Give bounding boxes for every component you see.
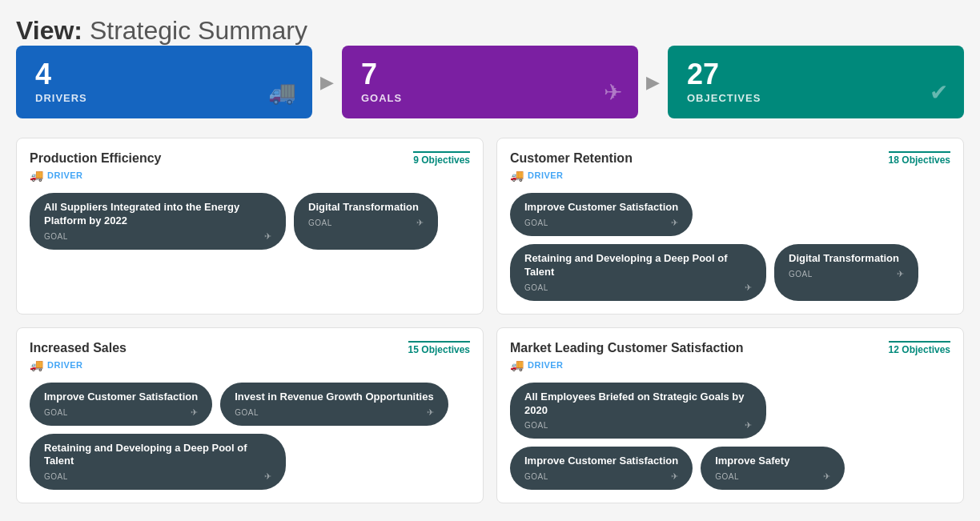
goal-icon-3-1: ✈ <box>671 471 678 482</box>
goal-pill-0-1[interactable]: Digital TransformationGOAL✈ <box>294 193 438 250</box>
goals-grid-3: All Employees Briefed on Strategic Goals… <box>510 383 950 491</box>
goal-pill-2-2[interactable]: Retaining and Developing a Deep Pool of … <box>30 434 286 491</box>
arrow-icon-2: ▶ <box>638 72 668 93</box>
truck-icon: 🚚 <box>30 169 43 182</box>
goal-pill-1-0[interactable]: Improve Customer SatisfactionGOAL✈ <box>510 193 693 236</box>
goal-pill-0-0[interactable]: All Suppliers Integrated into the Energy… <box>30 193 286 250</box>
driver-name-1: Customer Retention <box>510 151 633 166</box>
goal-pill-1-2[interactable]: Digital TransformationGOAL✈ <box>774 244 918 301</box>
goal-pill-2-0[interactable]: Improve Customer SatisfactionGOAL✈ <box>30 383 212 426</box>
driver-card-2: Increased Sales15 Objectives🚚DRIVERImpro… <box>16 327 484 504</box>
goal-icon-2-1: ✈ <box>427 407 434 418</box>
objectives-count-3: 12 Objectives <box>889 341 950 355</box>
goal-icon-2-2: ✈ <box>264 471 271 482</box>
objectives-card[interactable]: 27 OBJECTIVES ✔ <box>668 46 964 118</box>
drivers-grid: Production Efficiency9 Objectives🚚DRIVER… <box>16 138 964 503</box>
goals-grid-0: All Suppliers Integrated into the Energy… <box>30 193 470 250</box>
goal-name-3-1: Improve Customer Satisfaction <box>524 455 678 468</box>
objectives-count: 27 <box>687 60 945 89</box>
goal-pill-1-1[interactable]: Retaining and Developing a Deep Pool of … <box>510 244 766 301</box>
goal-icon-3-0: ✈ <box>745 420 752 431</box>
goals-grid-1: Improve Customer SatisfactionGOAL✈Retain… <box>510 193 950 301</box>
goal-name-3-0: All Employees Briefed on Strategic Goals… <box>524 391 752 418</box>
goal-pill-3-1[interactable]: Improve Customer SatisfactionGOAL✈ <box>510 447 693 490</box>
goal-icon-1-0: ✈ <box>671 218 678 228</box>
goals-icon: ✈ <box>604 79 622 106</box>
summary-bar: 4 DRIVERS 🚚 ▶ 7 GOALS ✈ ▶ 27 OBJECTIVES … <box>16 46 964 118</box>
drivers-card[interactable]: 4 DRIVERS 🚚 <box>16 46 312 118</box>
goal-label-1-2: GOAL <box>789 270 813 279</box>
goal-icon-2-0: ✈ <box>191 407 198 418</box>
goal-name-1-2: Digital Transformation <box>789 252 904 266</box>
goals-count: 7 <box>361 60 619 89</box>
driver-badge-1: 🚚DRIVER <box>510 169 950 182</box>
goal-icon-0-1: ✈ <box>416 218 424 228</box>
goal-label-0-1: GOAL <box>308 218 332 227</box>
goal-name-2-2: Retaining and Developing a Deep Pool of … <box>44 442 271 469</box>
driver-badge-2: 🚚DRIVER <box>30 359 470 371</box>
goal-name-2-1: Invest in Revenue Growth Opportunities <box>235 391 433 404</box>
arrow-icon-1: ▶ <box>312 72 342 93</box>
goal-pill-3-2[interactable]: Improve SafetyGOAL✈ <box>701 447 845 490</box>
truck-icon: 🚚 <box>30 359 43 371</box>
driver-badge-label: DRIVER <box>528 360 564 370</box>
goal-label-2-0: GOAL <box>44 408 68 417</box>
goals-grid-2: Improve Customer SatisfactionGOAL✈Invest… <box>30 383 470 491</box>
driver-card-1: Customer Retention18 Objectives🚚DRIVERIm… <box>496 138 964 315</box>
goal-label-3-1: GOAL <box>524 472 548 481</box>
drivers-count: 4 <box>35 60 293 89</box>
goal-label-1-0: GOAL <box>524 218 548 227</box>
driver-badge-label: DRIVER <box>528 170 564 180</box>
goal-label-1-1: GOAL <box>524 283 548 292</box>
objectives-count-2: 15 Objectives <box>408 341 470 355</box>
goal-name-1-1: Retaining and Developing a Deep Pool of … <box>524 252 752 279</box>
drivers-icon: 🚚 <box>268 79 296 106</box>
driver-name-2: Increased Sales <box>30 341 127 355</box>
goal-label-0-0: GOAL <box>44 232 68 241</box>
objectives-count-0: 9 Objectives <box>413 151 470 166</box>
page-title: View: Strategic Summary <box>16 16 964 46</box>
goal-label-2-1: GOAL <box>235 408 259 417</box>
goals-card[interactable]: 7 GOALS ✈ <box>342 46 638 118</box>
driver-badge-label: DRIVER <box>47 170 83 180</box>
driver-name-3: Market Leading Customer Satisfaction <box>510 341 744 355</box>
goal-label-3-2: GOAL <box>715 472 739 481</box>
goal-name-2-0: Improve Customer Satisfaction <box>44 391 198 404</box>
driver-card-0: Production Efficiency9 Objectives🚚DRIVER… <box>16 138 484 315</box>
goal-name-1-0: Improve Customer Satisfaction <box>524 201 678 214</box>
goal-label-3-0: GOAL <box>524 421 548 430</box>
goals-label: GOALS <box>361 92 619 104</box>
objectives-icon: ✔ <box>930 79 948 106</box>
driver-badge-label: DRIVER <box>47 360 83 370</box>
goal-icon-0-0: ✈ <box>264 231 271 242</box>
driver-card-3: Market Leading Customer Satisfaction12 O… <box>496 327 964 504</box>
truck-icon: 🚚 <box>510 359 524 371</box>
objectives-label: OBJECTIVES <box>687 92 945 104</box>
goal-name-0-0: All Suppliers Integrated into the Energy… <box>44 201 271 228</box>
goal-name-3-2: Improve Safety <box>715 455 830 468</box>
goal-name-0-1: Digital Transformation <box>308 201 424 214</box>
driver-name-0: Production Efficiency <box>30 151 161 166</box>
goal-icon-1-1: ✈ <box>745 283 752 293</box>
goal-pill-2-1[interactable]: Invest in Revenue Growth OpportunitiesGO… <box>220 383 448 426</box>
truck-icon: 🚚 <box>510 169 524 182</box>
driver-badge-0: 🚚DRIVER <box>30 169 470 182</box>
goal-icon-3-2: ✈ <box>823 471 830 482</box>
driver-badge-3: 🚚DRIVER <box>510 359 950 371</box>
objectives-count-1: 18 Objectives <box>889 151 950 166</box>
goal-icon-1-2: ✈ <box>897 269 904 279</box>
goal-label-2-2: GOAL <box>44 472 68 481</box>
goal-pill-3-0[interactable]: All Employees Briefed on Strategic Goals… <box>510 383 766 439</box>
drivers-label: DRIVERS <box>35 92 293 104</box>
